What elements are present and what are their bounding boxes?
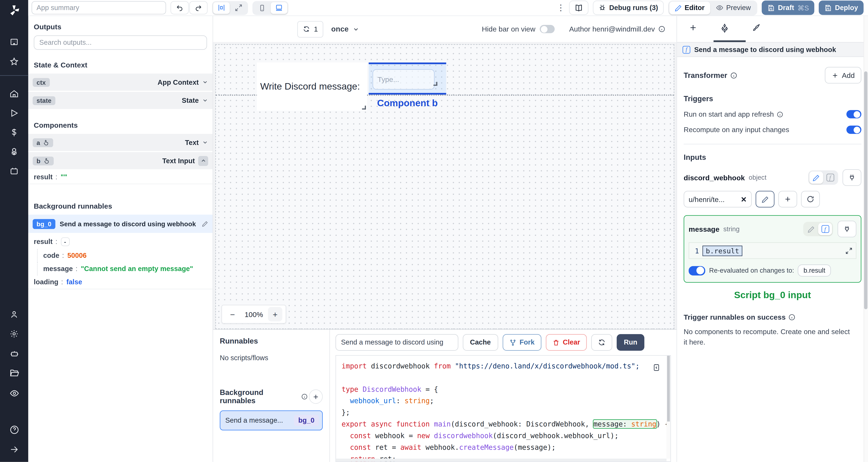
resource-picker[interactable]: u/henri/te... ✕ <box>684 191 752 208</box>
run-button[interactable]: Run <box>617 334 645 351</box>
text-input-component[interactable] <box>373 69 435 90</box>
mobile-view-button[interactable] <box>254 2 270 14</box>
connect-plug-icon[interactable] <box>837 221 856 237</box>
code-editor[interactable]: import discordwebhook from "https://deno… <box>336 355 671 462</box>
recompute-toggle[interactable] <box>846 126 861 134</box>
app-canvas[interactable]: Write Discord message: Component b − 100… <box>213 42 677 329</box>
favorites-star-icon[interactable] <box>9 57 19 66</box>
collapse-rail-arrow-icon[interactable] <box>9 445 19 454</box>
info-icon[interactable] <box>658 26 665 33</box>
static-mode-pencil-icon[interactable] <box>809 171 823 184</box>
chevron-down-icon[interactable] <box>202 97 208 103</box>
docs-book-button[interactable] <box>569 1 588 15</box>
zoom-in-button[interactable]: + <box>268 307 282 322</box>
tab-editor[interactable]: Editor <box>669 1 710 14</box>
clear-button[interactable]: Clear <box>546 334 587 351</box>
user-icon[interactable] <box>9 310 19 320</box>
reeval-target-chip[interactable]: b.result <box>798 264 831 277</box>
expand-editor-icon[interactable] <box>845 247 854 254</box>
desktop-view-button[interactable] <box>271 2 287 14</box>
expression-token[interactable]: b.result <box>703 245 742 256</box>
state-context-title: State & Context <box>28 54 213 73</box>
output-row-ctx[interactable]: ctx App Context <box>28 73 213 91</box>
undo-button[interactable] <box>170 1 189 14</box>
component-row-b[interactable]: b Text Input <box>28 152 213 169</box>
variables-icon[interactable] <box>9 128 19 137</box>
zoom-out-button[interactable]: − <box>225 307 240 322</box>
bg0-result-row[interactable]: result : - <box>28 233 213 249</box>
bg0-runnable-card[interactable]: Send a message... bg_0 <box>220 410 323 430</box>
app-summary-input[interactable] <box>32 1 166 14</box>
chevron-down-icon[interactable] <box>202 79 208 85</box>
home-icon[interactable] <box>9 89 19 99</box>
chevron-down-icon[interactable] <box>202 139 208 145</box>
search-outputs-input[interactable] <box>34 35 207 50</box>
resource-value: u/henri/te... <box>689 195 724 203</box>
add-transformer-button[interactable]: Add <box>825 67 861 84</box>
tab-preview[interactable]: Preview <box>710 1 756 14</box>
add-resource-button[interactable] <box>778 191 797 208</box>
settings-gear-icon[interactable] <box>9 329 19 339</box>
eval-mode-function-icon[interactable]: f <box>818 223 832 235</box>
clear-resource-icon[interactable]: ✕ <box>741 195 747 203</box>
cache-button[interactable]: Cache <box>463 334 498 351</box>
background-runnables-title: Background runnables <box>28 195 213 214</box>
redo-button[interactable] <box>189 1 208 14</box>
fork-button[interactable]: Fork <box>502 334 541 351</box>
message-expression-editor[interactable]: 1 b.result <box>689 242 856 259</box>
refresh-mode-dropdown[interactable]: once <box>331 25 359 33</box>
component-row-a[interactable]: a Text <box>28 134 213 151</box>
tab-settings-components-icon[interactable] <box>709 23 740 33</box>
tab-theme-brush-icon[interactable] <box>740 23 772 33</box>
script-name-input[interactable] <box>336 334 459 351</box>
schedules-icon[interactable] <box>9 166 19 176</box>
scrollbar-thumb[interactable] <box>864 71 868 309</box>
resources-icon[interactable] <box>9 147 19 157</box>
deploy-button[interactable]: Deploy <box>819 1 864 15</box>
bg0-card-badge: bg_0 <box>294 415 319 426</box>
copy-code-icon[interactable] <box>652 364 660 372</box>
fullscreen-button[interactable] <box>230 2 247 14</box>
windmill-logo-icon[interactable] <box>8 4 20 16</box>
b-result-row[interactable]: result : "" <box>28 170 213 184</box>
components-title: Components <box>28 114 213 134</box>
reeval-toggle[interactable] <box>689 266 705 275</box>
connect-plug-icon[interactable] <box>842 169 861 186</box>
code-vertical-scrollbar[interactable] <box>666 356 670 459</box>
edit-pencil-icon[interactable] <box>202 221 208 227</box>
static-mode-pencil-icon[interactable] <box>804 223 818 235</box>
bg0-loading-row: loading : false <box>28 275 213 289</box>
resize-handle[interactable] <box>362 106 366 109</box>
edit-resource-pencil-button[interactable] <box>756 191 775 208</box>
bg0-row[interactable]: bg_0 Send a message to discord using web… <box>28 214 213 233</box>
reload-script-button[interactable] <box>591 334 612 351</box>
draft-button[interactable]: Draft ⌘S <box>762 1 814 15</box>
collapse-result-button[interactable]: - <box>61 237 69 246</box>
runs-icon[interactable] <box>9 108 19 118</box>
hide-bar-toggle[interactable] <box>540 25 555 33</box>
selected-script-header: f Send a message to discord using webhoo… <box>677 42 868 57</box>
refresh-count-box[interactable]: 1 <box>297 21 323 37</box>
tab-insert-plus-icon[interactable] <box>677 23 709 32</box>
text-component-a[interactable]: Write Discord message: <box>257 62 367 111</box>
chevron-up-icon[interactable] <box>198 156 208 166</box>
window-scrollbar[interactable] <box>864 16 868 462</box>
audit-eye-icon[interactable] <box>9 389 19 399</box>
run-on-start-toggle[interactable] <box>846 110 861 118</box>
folders-icon[interactable] <box>9 369 19 379</box>
canvas-grid[interactable]: Write Discord message: Component b − 100… <box>215 44 674 329</box>
output-row-state[interactable]: state State <box>28 92 213 109</box>
debug-runs-button[interactable]: Debug runs (3) <box>592 1 663 15</box>
workers-robot-icon[interactable] <box>9 349 19 359</box>
workspace-icon[interactable] <box>9 38 19 47</box>
code-horizontal-scrollbar[interactable] <box>336 459 666 462</box>
selected-component-b[interactable] <box>369 62 446 95</box>
center-align-button[interactable] <box>213 2 230 14</box>
add-background-runnable-button[interactable] <box>309 390 323 404</box>
refresh-resource-button[interactable] <box>801 191 820 208</box>
help-icon[interactable] <box>9 425 19 435</box>
more-options-kebab-icon[interactable]: ⋮ <box>557 3 564 13</box>
eval-mode-function-icon[interactable]: f <box>823 171 837 184</box>
resize-handle[interactable] <box>433 82 437 86</box>
code-content[interactable]: import discordwebhook from "https://deno… <box>336 356 670 462</box>
